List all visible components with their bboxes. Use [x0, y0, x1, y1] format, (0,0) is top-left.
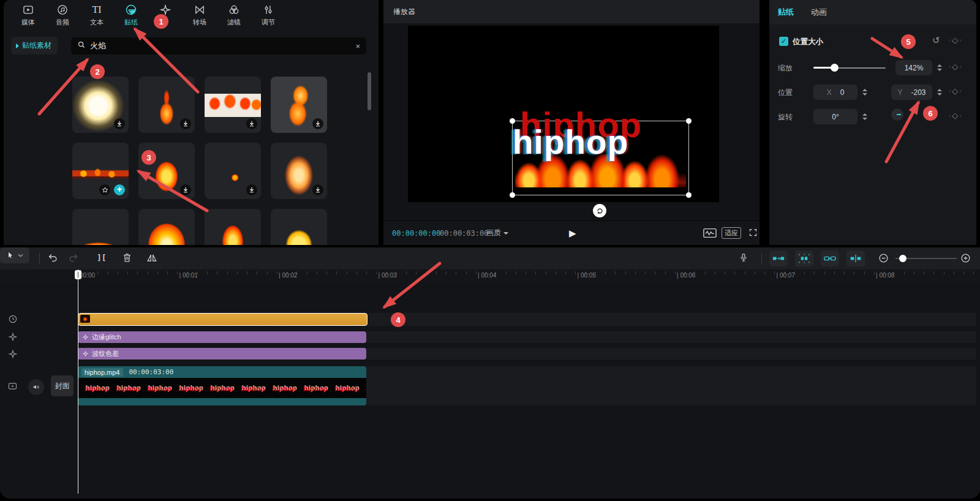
- sticker-tile-tall-fire[interactable]: [271, 143, 327, 199]
- position-x-stepper[interactable]: [860, 86, 870, 99]
- zoom-out-icon[interactable]: [878, 253, 889, 266]
- effect-icon: [82, 350, 89, 357]
- playhead-handle[interactable]: [75, 270, 81, 279]
- video-preview[interactable]: hiphop hiphop: [408, 26, 719, 202]
- tab-inspector-sticker[interactable]: 贴纸: [778, 7, 794, 18]
- selection-handle-bottom-right[interactable]: [686, 192, 692, 198]
- slider-track: [834, 67, 886, 69]
- download-icon[interactable]: [312, 184, 323, 195]
- timeline-ruler[interactable]: 00:0000:0100:0200:0300:0400:0500:0600:07…: [0, 269, 980, 283]
- row-scale: 缩放 142% ‹◇›: [769, 60, 976, 76]
- scale-slider[interactable]: [813, 67, 886, 69]
- rotation-knob[interactable]: [891, 108, 903, 121]
- player-title: 播放器: [393, 7, 415, 17]
- sticker-tile-cartoon-flame2[interactable]: [205, 209, 261, 245]
- preview-axis-toggle[interactable]: [846, 250, 865, 266]
- sticker-tile-yellow-flame[interactable]: [271, 209, 327, 245]
- filmstrip-frame-label: hiphop: [179, 385, 203, 392]
- inspector-tabs: 贴纸 动画: [769, 0, 976, 24]
- keyframe-button-section[interactable]: ‹◇›: [949, 36, 962, 45]
- auto-snap-toggle[interactable]: [769, 250, 788, 266]
- keyframe-button-scale[interactable]: ‹◇›: [949, 62, 962, 71]
- zoom-in-icon[interactable]: [960, 253, 971, 266]
- video-clip-duration: 00:00:03:00: [129, 368, 174, 376]
- sticker-clip-selected[interactable]: [78, 313, 368, 326]
- slider-knob[interactable]: [831, 64, 839, 72]
- grid-scrollbar[interactable]: [368, 72, 371, 110]
- undo-button[interactable]: [47, 252, 59, 266]
- waveform-preview-button[interactable]: [703, 228, 717, 240]
- effect-track-icon-1[interactable]: [8, 332, 18, 344]
- sticker-tile-ember-dot[interactable]: [205, 143, 261, 199]
- cover-button[interactable]: 封面: [51, 375, 74, 396]
- delete-button[interactable]: [121, 252, 133, 266]
- ruler-label: 00:04: [478, 272, 496, 279]
- selection-handle-bottom-left[interactable]: [510, 192, 515, 198]
- tab-inspector-animation[interactable]: 动画: [811, 7, 827, 18]
- redo-button[interactable]: [67, 252, 80, 266]
- video-audio-strip: [78, 398, 366, 405]
- timeline-zoom-slider[interactable]: [895, 258, 957, 259]
- sticker-tile-orange-flare[interactable]: [271, 77, 327, 133]
- fullscreen-icon[interactable]: [748, 228, 758, 239]
- play-button[interactable]: ▶: [569, 228, 576, 239]
- position-size-checkbox[interactable]: ✓: [779, 37, 788, 46]
- track-duration-clock-icon[interactable]: [8, 314, 18, 326]
- video-clip[interactable]: hiphop.mp4 00:00:03:00 hiphophiphophipho…: [78, 366, 366, 405]
- sticker-flame-art: [72, 209, 129, 245]
- split-button[interactable]: ][: [97, 253, 107, 262]
- download-icon[interactable]: [246, 184, 257, 195]
- section-title: 位置大小: [793, 37, 823, 47]
- chevron-down-icon: [503, 232, 508, 235]
- row-position: 位置 X 0 Y -203 ‹◇›: [769, 85, 976, 100]
- effect-clip-label: 边缘glitch: [92, 333, 121, 342]
- download-icon[interactable]: [180, 184, 191, 195]
- rotation-input[interactable]: 0°: [813, 109, 858, 124]
- quality-dropdown[interactable]: 画质: [486, 228, 508, 238]
- position-x-input[interactable]: X 0: [813, 85, 858, 100]
- sticker-tile-ember-row[interactable]: +: [72, 143, 129, 199]
- linkage-toggle[interactable]: [795, 250, 813, 266]
- reset-icon[interactable]: ↺: [932, 35, 940, 46]
- select-tool-button[interactable]: [0, 247, 29, 263]
- keyframe-button-position[interactable]: ‹◇›: [949, 86, 962, 96]
- scale-value-input[interactable]: 142%: [895, 60, 932, 75]
- sticker-tile-big-cartoon-fire[interactable]: [138, 209, 195, 245]
- selection-handle-top-right[interactable]: [686, 118, 692, 124]
- x-value: 0: [840, 88, 845, 97]
- sticker-grid: +: [4, 0, 379, 245]
- sticker-flame-art: [271, 209, 327, 245]
- favorite-star-icon[interactable]: [99, 184, 110, 195]
- download-icon[interactable]: [114, 118, 125, 129]
- effect-clip-edge-glitch[interactable]: 边缘glitch: [78, 331, 366, 343]
- mirror-flip-button[interactable]: [146, 252, 158, 266]
- y-prefix: Y: [897, 88, 902, 97]
- record-voiceover-icon[interactable]: [738, 252, 749, 266]
- video-track-icon[interactable]: [7, 381, 18, 394]
- rotation-label: 旋转: [778, 112, 793, 122]
- link-clips-toggle[interactable]: [821, 250, 839, 266]
- sticker-tile-cartoon-flame[interactable]: [138, 143, 195, 199]
- download-icon[interactable]: [180, 118, 191, 129]
- sticker-tile-jet-flame[interactable]: [72, 209, 129, 245]
- sticker-tile-thin-flame[interactable]: [138, 77, 195, 133]
- download-icon[interactable]: [312, 118, 323, 129]
- scale-stepper[interactable]: [935, 61, 944, 74]
- sticker-tile-white-glow[interactable]: [72, 77, 129, 133]
- selection-handle-top-left[interactable]: [510, 118, 515, 124]
- effect-track-icon-2[interactable]: [8, 349, 18, 361]
- zoom-slider-knob[interactable]: [899, 255, 907, 262]
- mute-track-speaker-icon[interactable]: [28, 379, 44, 395]
- rotation-stepper[interactable]: [860, 110, 870, 123]
- rotate-handle[interactable]: [593, 204, 606, 217]
- position-y-stepper[interactable]: [935, 86, 944, 99]
- effect-clip-ripple-aberration[interactable]: 波纹色差: [78, 348, 366, 360]
- keyframe-button-rotation[interactable]: ‹◇›: [949, 111, 962, 120]
- selection-box[interactable]: hiphop hiphop: [512, 121, 689, 195]
- download-icon[interactable]: [246, 118, 257, 129]
- fit-button[interactable]: 适应: [722, 227, 741, 239]
- x-prefix: X: [827, 88, 832, 97]
- add-to-track-button[interactable]: +: [114, 184, 125, 195]
- position-y-input[interactable]: Y -203: [891, 85, 932, 100]
- sticker-tile-flame-strip-light[interactable]: [205, 77, 261, 133]
